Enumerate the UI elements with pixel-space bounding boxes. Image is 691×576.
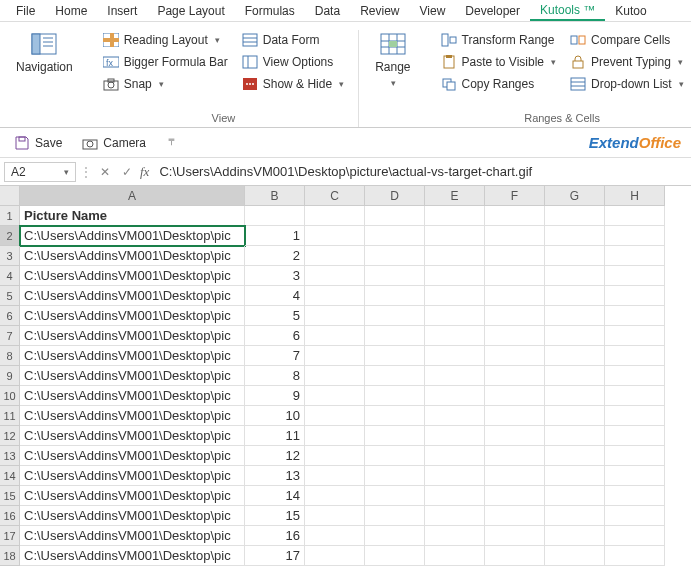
reading-layout-button[interactable]: Reading Layout▾ bbox=[99, 30, 232, 50]
cell[interactable]: 3 bbox=[245, 266, 305, 286]
row-header[interactable]: 15 bbox=[0, 486, 20, 506]
cell[interactable] bbox=[365, 546, 425, 566]
cell[interactable]: 7 bbox=[245, 346, 305, 366]
cell[interactable] bbox=[605, 446, 665, 466]
cell[interactable]: 13 bbox=[245, 466, 305, 486]
cell[interactable] bbox=[365, 286, 425, 306]
menu-insert[interactable]: Insert bbox=[97, 2, 147, 20]
data-form-button[interactable]: Data Form bbox=[238, 30, 348, 50]
row-header[interactable]: 7 bbox=[0, 326, 20, 346]
cell[interactable] bbox=[305, 346, 365, 366]
cell[interactable] bbox=[545, 286, 605, 306]
cell[interactable] bbox=[365, 366, 425, 386]
cell[interactable]: C:\Users\AddinsVM001\Desktop\pic bbox=[20, 346, 245, 366]
cell[interactable]: 15 bbox=[245, 506, 305, 526]
dropdown-list-button[interactable]: Drop-down List▾ bbox=[566, 74, 688, 94]
cell[interactable]: C:\Users\AddinsVM001\Desktop\pic bbox=[20, 326, 245, 346]
cell[interactable] bbox=[305, 306, 365, 326]
cell[interactable] bbox=[305, 406, 365, 426]
cell[interactable] bbox=[605, 226, 665, 246]
save-button[interactable]: Save bbox=[10, 133, 66, 153]
row-header[interactable]: 17 bbox=[0, 526, 20, 546]
cell[interactable] bbox=[305, 546, 365, 566]
cell[interactable] bbox=[485, 446, 545, 466]
cell[interactable] bbox=[425, 426, 485, 446]
cell[interactable] bbox=[305, 466, 365, 486]
cell[interactable] bbox=[605, 546, 665, 566]
cell[interactable] bbox=[605, 246, 665, 266]
cell[interactable]: C:\Users\AddinsVM001\Desktop\pic bbox=[20, 286, 245, 306]
cell[interactable] bbox=[425, 506, 485, 526]
cell[interactable] bbox=[425, 366, 485, 386]
cell[interactable] bbox=[605, 406, 665, 426]
cell[interactable] bbox=[605, 486, 665, 506]
row-header[interactable]: 5 bbox=[0, 286, 20, 306]
cell[interactable]: C:\Users\AddinsVM001\Desktop\pic bbox=[20, 446, 245, 466]
cell[interactable] bbox=[365, 266, 425, 286]
menu-home[interactable]: Home bbox=[45, 2, 97, 20]
row-header[interactable]: 8 bbox=[0, 346, 20, 366]
cell[interactable] bbox=[425, 346, 485, 366]
col-header-G[interactable]: G bbox=[545, 186, 605, 206]
cell[interactable] bbox=[305, 326, 365, 346]
col-header-H[interactable]: H bbox=[605, 186, 665, 206]
col-header-F[interactable]: F bbox=[485, 186, 545, 206]
cell[interactable]: 5 bbox=[245, 306, 305, 326]
snap-button[interactable]: Snap▾ bbox=[99, 74, 232, 94]
cell[interactable] bbox=[425, 526, 485, 546]
fx-icon[interactable]: fx bbox=[140, 164, 149, 180]
cell[interactable] bbox=[365, 326, 425, 346]
cell[interactable] bbox=[425, 466, 485, 486]
col-header-C[interactable]: C bbox=[305, 186, 365, 206]
row-header[interactable]: 12 bbox=[0, 426, 20, 446]
row-header[interactable]: 4 bbox=[0, 266, 20, 286]
col-header-A[interactable]: A bbox=[20, 186, 245, 206]
cell[interactable] bbox=[605, 266, 665, 286]
camera-button[interactable]: Camera bbox=[78, 133, 150, 153]
cell[interactable]: 11 bbox=[245, 426, 305, 446]
cell[interactable]: Picture Name bbox=[20, 206, 245, 226]
cell[interactable] bbox=[545, 246, 605, 266]
row-header[interactable]: 1 bbox=[0, 206, 20, 226]
cell[interactable] bbox=[545, 366, 605, 386]
cell[interactable] bbox=[605, 306, 665, 326]
cell[interactable] bbox=[605, 326, 665, 346]
cell[interactable] bbox=[605, 466, 665, 486]
cell[interactable] bbox=[305, 386, 365, 406]
cell[interactable]: 14 bbox=[245, 486, 305, 506]
cell[interactable] bbox=[365, 486, 425, 506]
cell[interactable] bbox=[605, 366, 665, 386]
cell[interactable] bbox=[605, 506, 665, 526]
cell[interactable] bbox=[545, 386, 605, 406]
cell[interactable]: C:\Users\AddinsVM001\Desktop\pic bbox=[20, 266, 245, 286]
cell[interactable] bbox=[485, 506, 545, 526]
cell[interactable] bbox=[305, 486, 365, 506]
menu-pagelayout[interactable]: Page Layout bbox=[147, 2, 234, 20]
formula-input[interactable]: C:\Users\AddinsVM001\Desktop\picture\act… bbox=[153, 162, 687, 181]
cell[interactable]: 12 bbox=[245, 446, 305, 466]
cell[interactable] bbox=[485, 366, 545, 386]
menu-developer[interactable]: Developer bbox=[455, 2, 530, 20]
cell[interactable] bbox=[485, 306, 545, 326]
view-options-button[interactable]: View Options bbox=[238, 52, 348, 72]
cell[interactable]: C:\Users\AddinsVM001\Desktop\pic bbox=[20, 226, 245, 246]
cell[interactable] bbox=[365, 386, 425, 406]
select-all[interactable] bbox=[0, 186, 20, 206]
transform-range-button[interactable]: Transform Range bbox=[437, 30, 561, 50]
cell[interactable] bbox=[425, 446, 485, 466]
cell[interactable] bbox=[425, 246, 485, 266]
bigger-formula-button[interactable]: fxBigger Formula Bar bbox=[99, 52, 232, 72]
cell[interactable] bbox=[305, 286, 365, 306]
cell[interactable] bbox=[305, 206, 365, 226]
menu-kutoo[interactable]: Kutoo bbox=[605, 2, 656, 20]
cell[interactable] bbox=[485, 486, 545, 506]
row-header[interactable]: 10 bbox=[0, 386, 20, 406]
cancel-icon[interactable]: ✕ bbox=[96, 165, 114, 179]
cell[interactable] bbox=[365, 426, 425, 446]
cell[interactable]: C:\Users\AddinsVM001\Desktop\pic bbox=[20, 406, 245, 426]
menu-review[interactable]: Review bbox=[350, 2, 409, 20]
cell[interactable] bbox=[365, 206, 425, 226]
cell[interactable] bbox=[605, 386, 665, 406]
cell[interactable] bbox=[545, 486, 605, 506]
cell[interactable] bbox=[485, 406, 545, 426]
